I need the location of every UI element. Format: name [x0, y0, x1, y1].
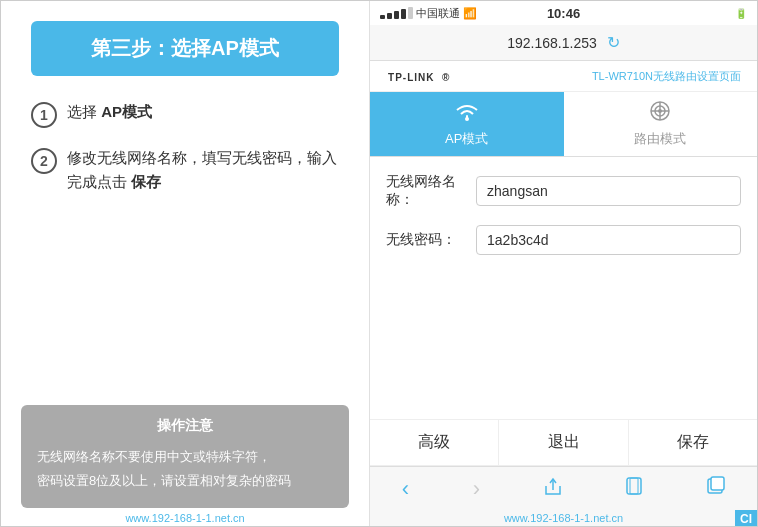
form-row-ssid: 无线网络名称： [386, 173, 741, 209]
step-2-text: 修改无线网络名称，填写无线密码，输入完成点击 保存 [67, 146, 339, 194]
tabs-button[interactable] [697, 472, 735, 505]
back-button[interactable]: ‹ [392, 472, 419, 506]
right-panel: 中国联通 📶 10:46 🔋 192.168.1.253 ↻ TP-LINK ®… [370, 1, 757, 527]
tp-logo: TP-LINK ® [386, 67, 450, 85]
svg-rect-8 [630, 478, 638, 494]
status-bar: 中国联通 📶 10:46 🔋 [370, 1, 757, 25]
notice-line2: 密码设置8位及以上，请设置相对复杂的密码 [37, 469, 333, 492]
form-area: 无线网络名称： 无线密码： [370, 157, 757, 419]
tp-subtitle: TL-WR710N无线路由设置页面 [592, 69, 741, 84]
instruction-2: 2 修改无线网络名称，填写无线密码，输入完成点击 保存 [31, 146, 339, 194]
save-button[interactable]: 保存 [629, 420, 757, 465]
bottom-nav: ‹ › [370, 466, 757, 510]
notice-box: 操作注意 无线网络名称不要使用中文或特殊字符， 密码设置8位及以上，请设置相对复… [21, 405, 349, 508]
status-left: 中国联通 📶 [380, 6, 477, 21]
reload-button[interactable]: ↻ [607, 33, 620, 52]
advanced-button[interactable]: 高级 [370, 420, 499, 465]
tab-ap-label: AP模式 [445, 130, 488, 148]
notice-line1: 无线网络名称不要使用中文或特殊字符， [37, 445, 333, 468]
share-button[interactable] [534, 472, 572, 505]
svg-rect-10 [711, 477, 724, 490]
step-2-normal: 修改无线网络名称，填写无线密码，输入完成点击 [67, 149, 337, 190]
action-buttons: 高级 退出 保存 [370, 419, 757, 466]
corner-label: CI [735, 510, 757, 527]
ssid-input[interactable] [476, 176, 741, 206]
step-1-text: 选择 AP模式 [67, 100, 152, 124]
step-1-bold: AP模式 [101, 103, 152, 120]
signal-icon [380, 7, 413, 19]
exit-button[interactable]: 退出 [499, 420, 628, 465]
left-watermark: www.192-168-1-1.net.cn [125, 512, 244, 524]
tab-router-label: 路由模式 [634, 130, 686, 148]
tab-router-mode[interactable]: 路由模式 [564, 92, 757, 156]
bottom-watermark: www.192-168-1-1.net.cn [370, 510, 757, 527]
step-2-bold: 保存 [131, 173, 161, 190]
left-panel: 第三步：选择AP模式 1 选择 AP模式 2 修改无线网络名称，填写无线密码，输… [1, 1, 370, 527]
tp-header: TP-LINK ® TL-WR710N无线路由设置页面 [370, 61, 757, 92]
wifi-tab-icon [453, 100, 481, 128]
carrier-label: 中国联通 [416, 6, 460, 21]
address-text: 192.168.1.253 [507, 35, 597, 51]
password-input[interactable] [476, 225, 741, 255]
step-1-number: 1 [31, 102, 57, 128]
step-1-normal: 选择 [67, 103, 101, 120]
router-tab-icon [646, 100, 674, 128]
address-bar: 192.168.1.253 ↻ [370, 25, 757, 61]
svg-rect-7 [627, 478, 641, 494]
wifi-icon: 📶 [463, 7, 477, 20]
tp-logo-text: TP-LINK [388, 72, 434, 83]
step-header: 第三步：选择AP模式 [31, 21, 339, 76]
password-label: 无线密码： [386, 231, 476, 249]
form-row-password: 无线密码： [386, 225, 741, 255]
tab-bar: AP模式 路由模式 [370, 92, 757, 157]
forward-button[interactable]: › [463, 472, 490, 506]
instructions: 1 选择 AP模式 2 修改无线网络名称，填写无线密码，输入完成点击 保存 [1, 76, 369, 395]
instruction-1: 1 选择 AP模式 [31, 100, 339, 128]
status-right: 🔋 [735, 8, 747, 19]
tab-ap-mode[interactable]: AP模式 [370, 92, 563, 156]
bookmark-button[interactable] [615, 472, 653, 505]
tp-logo-reg: ® [442, 72, 450, 83]
notice-text: 无线网络名称不要使用中文或特殊字符， 密码设置8位及以上，请设置相对复杂的密码 [37, 445, 333, 492]
svg-point-0 [465, 117, 469, 121]
battery-icon: 🔋 [735, 8, 747, 19]
step-2-number: 2 [31, 148, 57, 174]
status-time: 10:46 [547, 6, 580, 21]
ssid-label: 无线网络名称： [386, 173, 476, 209]
notice-title: 操作注意 [37, 417, 333, 435]
